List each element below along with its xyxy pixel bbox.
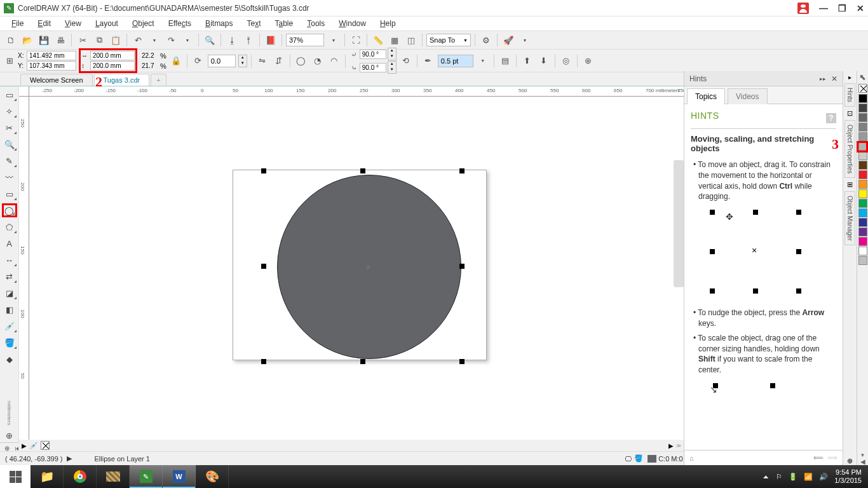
- forward-icon[interactable]: ⟹: [827, 454, 837, 461]
- no-fill-swatch[interactable]: [858, 84, 867, 93]
- menu-window[interactable]: Window: [332, 18, 372, 29]
- color-swatch[interactable]: [858, 247, 867, 255]
- text-tool[interactable]: A: [2, 236, 17, 250]
- direction-icon[interactable]: ⟲: [399, 54, 413, 68]
- arc-icon[interactable]: ◠: [327, 54, 341, 68]
- launch-drop-icon[interactable]: ▼: [518, 33, 532, 47]
- docker-btn2[interactable]: ⊞: [847, 180, 853, 189]
- polygon-tool[interactable]: ⬠: [2, 220, 17, 234]
- handle-s[interactable]: [360, 359, 365, 364]
- tray-up-icon[interactable]: ⏶: [763, 473, 770, 480]
- color-swatch[interactable]: [858, 227, 867, 236]
- outline-drop-icon[interactable]: ▼: [476, 54, 490, 68]
- palette-cursor-icon[interactable]: ⬉: [859, 72, 866, 82]
- handle-n[interactable]: [360, 168, 365, 173]
- palette-scroll-down[interactable]: ▼: [860, 452, 865, 458]
- color-swatch[interactable]: [858, 94, 867, 103]
- tab-topics[interactable]: Topics: [687, 88, 725, 104]
- to-back-icon[interactable]: ⬇: [537, 54, 551, 68]
- freehand-tool[interactable]: ✎: [2, 154, 17, 168]
- menu-bitmaps[interactable]: Bitmaps: [199, 18, 239, 29]
- origin-icon[interactable]: ⊞: [4, 54, 15, 68]
- quick-customize-toolbox[interactable]: ⊕: [2, 428, 17, 442]
- cut-icon[interactable]: ✂: [76, 33, 90, 47]
- eyedropper-palette-icon[interactable]: 💉: [29, 442, 38, 450]
- fill-swatch[interactable]: [648, 455, 656, 463]
- vertical-ruler[interactable]: 25020015010050: [19, 97, 29, 442]
- tray-flag-icon[interactable]: ⚐: [776, 473, 782, 481]
- vertical-scrollbar[interactable]: [674, 160, 684, 287]
- docker-obj-mgr[interactable]: Object Manager: [844, 191, 855, 245]
- rectangle-tool[interactable]: ▭: [2, 187, 17, 201]
- palette-toggle-icon[interactable]: ▶: [22, 442, 27, 449]
- publish-pdf-icon[interactable]: 📕: [264, 33, 278, 47]
- print-icon[interactable]: 🖶: [53, 33, 67, 47]
- mirror-v-icon[interactable]: ⇵: [272, 54, 286, 68]
- grid-icon[interactable]: ▦: [388, 33, 402, 47]
- smart-fill-tool[interactable]: ◆: [2, 352, 17, 366]
- crop-tool[interactable]: ✂: [2, 121, 17, 135]
- color-swatch[interactable]: [858, 170, 867, 179]
- zoom-tool[interactable]: 🔍: [2, 137, 17, 151]
- eyedropper-tool[interactable]: 💉: [2, 319, 17, 333]
- tray-volume-icon[interactable]: 🔊: [819, 473, 828, 481]
- menu-effects[interactable]: Effects: [162, 18, 198, 29]
- redo-drop-icon[interactable]: ▼: [180, 33, 194, 47]
- undo-drop-icon[interactable]: ▼: [147, 33, 161, 47]
- ruler-icon[interactable]: 📏: [371, 33, 385, 47]
- restore-button[interactable]: ❐: [838, 3, 846, 13]
- color-swatch[interactable]: [858, 237, 867, 246]
- user-icon[interactable]: [797, 3, 809, 14]
- color-swatch[interactable]: [858, 256, 867, 265]
- fill-paint-icon[interactable]: 🪣: [634, 454, 643, 463]
- shape-tool[interactable]: ✧: [2, 104, 17, 118]
- pick-tool[interactable]: ▭: [2, 88, 17, 102]
- scale-y[interactable]: 21.7: [140, 61, 159, 71]
- tray-network-icon[interactable]: 📶: [804, 473, 813, 481]
- zoom-drop-icon[interactable]: ▼: [327, 33, 341, 47]
- copy-icon[interactable]: ⧉: [92, 33, 106, 47]
- artistic-media-tool[interactable]: 〰: [2, 170, 17, 184]
- menu-object[interactable]: Object: [126, 18, 161, 29]
- zoom-input[interactable]: [286, 34, 324, 46]
- start-angle[interactable]: 90.0 °: [360, 50, 386, 59]
- drop-shadow-tool[interactable]: ◪: [2, 286, 17, 300]
- connector-tool[interactable]: ⇄: [2, 269, 17, 283]
- handle-e[interactable]: [459, 264, 465, 269]
- export-icon[interactable]: ⭱: [241, 33, 255, 47]
- search-icon[interactable]: 🔍: [203, 33, 217, 47]
- x-input[interactable]: 141.492 mm: [27, 51, 76, 60]
- scale-x[interactable]: 22.2: [140, 51, 159, 60]
- menu-file[interactable]: File: [5, 18, 30, 29]
- import-icon[interactable]: ⭳: [225, 33, 239, 47]
- minimize-button[interactable]: —: [819, 3, 828, 13]
- color-swatch[interactable]: [858, 132, 867, 141]
- help-icon[interactable]: ?: [826, 113, 836, 123]
- palette-flyout-icon[interactable]: ◀: [860, 458, 865, 465]
- quick-customize-icon[interactable]: ⊕: [581, 54, 595, 68]
- save-icon[interactable]: 💾: [37, 33, 51, 47]
- handle-nw[interactable]: [261, 168, 266, 173]
- interactive-fill-tool[interactable]: 🪣: [2, 336, 17, 349]
- horizontal-ruler[interactable]: millimeters -250-200-150-100-50050100150…: [29, 86, 684, 97]
- ruler-corner[interactable]: [19, 86, 29, 97]
- handle-w[interactable]: [261, 264, 266, 269]
- redo-icon[interactable]: ↷: [164, 33, 178, 47]
- ellipse-icon[interactable]: ◯: [294, 54, 308, 68]
- width-input[interactable]: 200.0 mm: [90, 51, 135, 60]
- parallel-dim-tool[interactable]: ↔: [2, 253, 17, 267]
- docker-hints[interactable]: Hints: [844, 83, 855, 107]
- task-explorer[interactable]: 📁: [31, 465, 64, 488]
- play-icon[interactable]: ▶: [67, 454, 72, 463]
- handle-ne[interactable]: [459, 168, 465, 173]
- fullscreen-icon[interactable]: ⛶: [349, 33, 363, 47]
- color-swatch[interactable]: [858, 104, 867, 112]
- task-chrome[interactable]: [64, 465, 97, 488]
- menu-layout[interactable]: Layout: [89, 18, 125, 29]
- new-icon[interactable]: 🗋: [4, 33, 18, 47]
- start-button[interactable]: [0, 465, 31, 488]
- home-icon[interactable]: ⌂: [689, 454, 694, 462]
- pie-icon[interactable]: ◔: [311, 54, 325, 68]
- color-swatch[interactable]: [858, 218, 867, 227]
- docker-add-icon[interactable]: ⊕: [847, 457, 853, 465]
